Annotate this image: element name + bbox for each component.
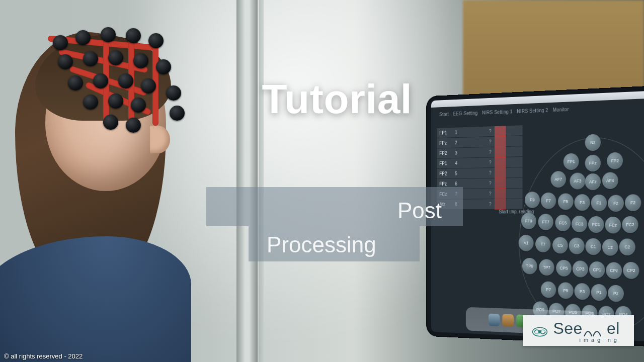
headset-sensor	[126, 118, 141, 133]
headset-strap	[58, 48, 148, 73]
headset-sensor	[103, 115, 118, 130]
electrode: Cz	[602, 239, 618, 256]
copyright-text: © all rights reserved - 2022	[4, 352, 83, 360]
headset-sensor	[108, 50, 123, 65]
subject-head	[45, 40, 166, 191]
headset-sensor	[101, 27, 116, 42]
electrode: A1	[519, 235, 534, 251]
app-tab: NIRS Setting 2	[517, 108, 548, 114]
headset-sensor	[133, 53, 148, 68]
brand-name-part1: See	[553, 320, 582, 336]
electrode: CP1	[589, 261, 605, 279]
channel-name: FP1	[439, 130, 451, 136]
channel-row: FP25?	[437, 167, 522, 178]
electrode: AF3	[570, 172, 585, 189]
electrode: FC3	[572, 216, 587, 232]
electrode: AFz	[585, 173, 601, 191]
vertical-pole	[236, 0, 258, 362]
channel-index: 6	[451, 181, 461, 186]
electrode: P3	[575, 283, 590, 300]
channel-impedance: ?	[461, 138, 520, 145]
channel-impedance: ?	[461, 170, 520, 176]
electrode: P1	[591, 284, 607, 301]
monitor-bezel: StartEEG SettingNIRS Setting 1NIRS Setti…	[431, 90, 644, 342]
headset-sensor	[108, 94, 123, 109]
channel-name: FP2	[439, 150, 451, 156]
subtitle-line-2: Processing	[267, 232, 376, 257]
app-tab: EEG Setting	[453, 110, 477, 116]
electrode: CPz	[606, 262, 622, 279]
channel-row: FP14?	[437, 157, 522, 168]
brand-logo-icon	[532, 324, 548, 339]
channel-impedance: ?	[461, 191, 520, 197]
electrode: Nz	[585, 134, 601, 151]
svg-point-1	[538, 330, 541, 333]
electrode: F2	[625, 194, 641, 211]
electrode: CP2	[623, 262, 639, 279]
headset-strap	[85, 81, 152, 116]
electrode: C2	[619, 238, 635, 255]
brand-name: See el	[553, 320, 620, 336]
headset-sensor	[68, 75, 83, 90]
electrode: FT7	[538, 214, 553, 230]
electrode: P7	[541, 281, 556, 298]
channel-index: 5	[451, 171, 461, 176]
subtitle-line-1: Post	[397, 198, 442, 223]
headset-strap	[69, 66, 147, 97]
channel-impedance: ?	[461, 149, 520, 155]
overlay-title: Tutorial	[262, 75, 413, 123]
app-tab: Monitor	[553, 107, 569, 113]
scene-background: StartEEG SettingNIRS Setting 1NIRS Setti…	[0, 0, 644, 362]
channel-index: 2	[451, 140, 461, 145]
electrode: F9	[525, 192, 540, 208]
app-tab: Start	[439, 112, 449, 117]
channel-index: 1	[451, 130, 461, 135]
headset-sensor	[83, 95, 98, 110]
electrode: FC2	[622, 216, 638, 233]
channel-row: FP23?	[437, 146, 522, 158]
channel-name: FP2	[439, 171, 451, 176]
electrode: FCz	[605, 217, 621, 234]
channel-index: 4	[451, 160, 461, 166]
electrode: FP1	[564, 153, 579, 170]
electrode: C3	[569, 238, 585, 254]
headset-strap	[48, 35, 158, 51]
channel-impedance: ?	[461, 180, 520, 187]
headset-sensor	[93, 73, 108, 88]
headset-sensor	[75, 30, 91, 45]
headset-sensor	[53, 35, 68, 50]
headset-sensor	[58, 54, 73, 69]
electrode: FC1	[588, 216, 604, 233]
subject-hair	[15, 32, 166, 284]
brand-wave-glyph-icon	[583, 326, 606, 337]
headset-sensor	[83, 51, 98, 66]
electrode: Fz	[608, 195, 624, 212]
electrode: FP2	[607, 152, 623, 169]
blurred-shelf	[0, 261, 80, 342]
headset-strap	[103, 30, 109, 126]
channel-impedance: ?	[461, 202, 520, 207]
electrode: CP5	[556, 260, 572, 277]
channel-name: FPz	[439, 140, 451, 146]
channel-name: FPz	[439, 182, 451, 187]
electrode: Pz	[608, 285, 624, 302]
electrode: CP3	[573, 260, 588, 278]
electrode: FPz	[585, 155, 601, 172]
electrode: C5	[552, 237, 568, 253]
channel-impedance: ?	[461, 159, 520, 166]
eeg-head-map: NzFP1FPzFP2AF7AF3AFzAF4F9F7F5F3F1FzF2FT9…	[519, 135, 644, 338]
brand-name-part2: el	[607, 320, 620, 336]
electrode: AF4	[602, 172, 618, 189]
headset-strap	[128, 30, 134, 131]
channel-index: 3	[451, 150, 461, 156]
electrode: F1	[591, 195, 607, 211]
electrode: FT9	[521, 213, 536, 229]
headset-sensor	[126, 28, 141, 43]
electrode: F5	[558, 193, 574, 210]
electrode: TP9	[522, 258, 537, 275]
electrode: F7	[541, 193, 556, 209]
electrode: C1	[586, 238, 601, 255]
channel-name: FP1	[439, 161, 451, 166]
electrode: P5	[558, 282, 574, 299]
electrode: F3	[575, 194, 590, 211]
